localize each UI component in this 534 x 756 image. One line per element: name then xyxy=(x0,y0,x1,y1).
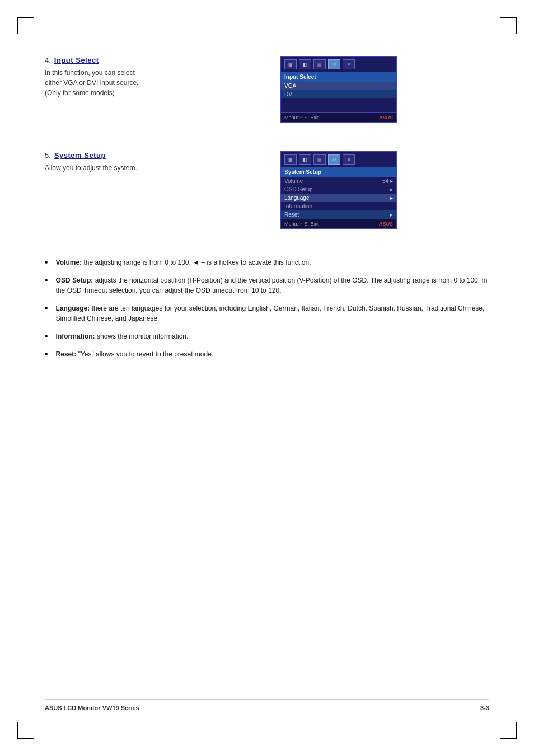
osd-icon-s1: ▦ xyxy=(284,154,297,165)
section-4-title: Input Select xyxy=(54,56,99,64)
bullet-content-reset: Reset: "Yes" allows you to revert to the… xyxy=(56,349,489,359)
bullet-text-volume: the adjusting range is from 0 to 100. ◄ … xyxy=(83,259,311,266)
bullet-content-osd: OSD Setup: adjusts the horizontal postit… xyxy=(56,275,489,295)
corner-mark-br xyxy=(500,722,517,739)
osd-icon-s4-active: ↺ xyxy=(328,154,340,165)
bullet-bold-reset: Reset: xyxy=(56,350,77,358)
osd-icon-s2: ◧ xyxy=(299,154,311,165)
osd-icon-2: ◧ xyxy=(299,59,311,69)
osd-system-setup: ▦ ◧ ▤ ↺ ✕ System Setup Volume 54 ▸ OSD S… xyxy=(280,151,397,229)
osd-icon-bar-2: ▦ ◧ ▤ ↺ ✕ xyxy=(281,152,396,167)
corner-mark-tl xyxy=(17,17,34,34)
osd-item-osd-setup: OSD Setup ▸ xyxy=(281,185,396,194)
bullet-bold-volume: Volume: xyxy=(56,259,82,266)
osd-item-dvi: DVI xyxy=(281,90,396,98)
osd-icon-bar: ▦ ◧ ▤ ↺ ✕ xyxy=(281,57,396,72)
corner-mark-bl xyxy=(17,722,34,739)
section-5-number: 5. xyxy=(45,151,51,159)
bullet-language: • Language: there are ten languages for … xyxy=(45,303,489,323)
osd-input-select-title: Input Select xyxy=(281,72,396,82)
osd-footer-system-left: Menu:☞ S: Exit xyxy=(284,221,319,227)
osd-input-select: ▦ ◧ ▤ ↺ ✕ Input Select VGA DVI xyxy=(280,56,397,123)
bullet-dot-2: • xyxy=(45,276,48,285)
osd-footer-system-brand: ASUS xyxy=(379,221,393,227)
osd-footer-left: Menu:☞ S: Exit xyxy=(284,115,319,120)
osd-footer-system: Menu:☞ S: Exit ASUS xyxy=(281,219,396,228)
bullet-content-volume: Volume: the adjusting range is from 0 to… xyxy=(56,257,489,267)
bullet-bold-osd: OSD Setup: xyxy=(56,276,93,284)
bullet-reset: • Reset: "Yes" allows you to revert to t… xyxy=(45,349,489,359)
section-5-text: 5. System Setup Allow you to adjust the … xyxy=(45,151,257,173)
bullet-bold-information: Information: xyxy=(56,332,95,340)
section-5-desc: Allow you to adjust the system. xyxy=(45,163,257,173)
page: 4. Input Select In this function, you ca… xyxy=(0,0,534,756)
osd-item-volume: Volume 54 ▸ xyxy=(281,177,396,185)
osd-spacer xyxy=(281,98,396,112)
footer: ASUS LCD Monitor VW19 Series 3-3 xyxy=(45,699,489,711)
main-content: 4. Input Select In this function, you ca… xyxy=(45,56,489,359)
osd-icon-3: ▤ xyxy=(313,59,326,69)
bullet-dot-3: • xyxy=(45,304,48,313)
section-5-title: System Setup xyxy=(54,151,106,159)
osd-icon-5: ✕ xyxy=(343,59,355,69)
osd-system-setup-title: System Setup xyxy=(281,167,396,177)
bullet-information: • Information: shows the monitor informa… xyxy=(45,331,489,341)
section-4-number: 4. xyxy=(45,56,51,64)
section-4-image: ▦ ◧ ▤ ↺ ✕ Input Select VGA DVI xyxy=(280,56,397,123)
osd-item-language: Language ▸ xyxy=(281,194,396,202)
osd-item-vga: VGA xyxy=(281,82,396,90)
footer-right: 3-3 xyxy=(480,705,489,711)
bullet-volume: • Volume: the adjusting range is from 0 … xyxy=(45,257,489,267)
bullet-list: • Volume: the adjusting range is from 0 … xyxy=(45,257,489,359)
bullet-text-language: there are ten languages for your selecti… xyxy=(56,304,485,322)
bullet-text-reset: "Yes" allows you to revert to the preset… xyxy=(78,350,214,358)
bullet-dot-5: • xyxy=(45,350,48,359)
section-5-image: ▦ ◧ ▤ ↺ ✕ System Setup Volume 54 ▸ OSD S… xyxy=(280,151,397,229)
osd-icon-4-active: ↺ xyxy=(328,59,340,69)
section-4: 4. Input Select In this function, you ca… xyxy=(45,56,489,123)
section-5-header: 5. System Setup xyxy=(45,151,257,159)
bullet-content-language: Language: there are ten languages for yo… xyxy=(56,303,489,323)
osd-item-information: Information xyxy=(281,202,396,210)
osd-icon-s5: ✕ xyxy=(343,154,355,165)
bullet-text-osd: adjusts the horizontal postition (H-Posi… xyxy=(56,276,488,294)
footer-left: ASUS LCD Monitor VW19 Series xyxy=(45,705,139,711)
bullet-dot-1: • xyxy=(45,258,48,267)
bullet-bold-language: Language: xyxy=(56,304,90,312)
bullet-text-information: shows the monitor information. xyxy=(97,332,188,340)
osd-footer-input: Menu:☞ S: Exit ASUS xyxy=(281,112,396,122)
section-4-text: 4. Input Select In this function, you ca… xyxy=(45,56,257,98)
section-4-desc: In this function, you can select either … xyxy=(45,68,257,98)
corner-mark-tr xyxy=(500,17,517,34)
osd-icon-s3: ▤ xyxy=(313,154,326,165)
bullet-dot-4: • xyxy=(45,332,48,341)
bullet-osd-setup: • OSD Setup: adjusts the horizontal post… xyxy=(45,275,489,295)
osd-item-reset: Reset ▸ xyxy=(281,210,396,219)
bullet-content-information: Information: shows the monitor informati… xyxy=(56,331,489,341)
osd-icon-1: ▦ xyxy=(284,59,297,69)
section-4-header: 4. Input Select xyxy=(45,56,257,64)
osd-footer-brand: ASUS xyxy=(379,115,393,120)
section-5: 5. System Setup Allow you to adjust the … xyxy=(45,151,489,229)
